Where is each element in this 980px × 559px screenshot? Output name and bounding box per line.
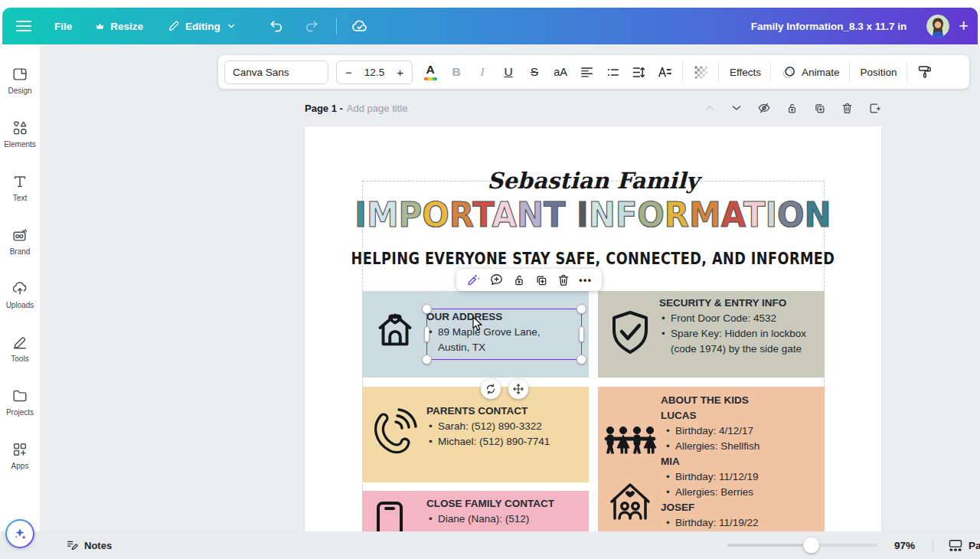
editing-mode-dropdown[interactable]: Editing <box>168 20 237 32</box>
bold-button[interactable]: B <box>448 60 465 84</box>
line-spacing-icon[interactable] <box>630 60 647 84</box>
top-bar: File Resize Editing Family Information_8… <box>2 8 978 44</box>
sidebar-item-text[interactable]: Text <box>0 161 40 214</box>
family-script-title[interactable]: Sebastian Family <box>305 168 881 194</box>
close-family-text[interactable]: CLOSE FAMILY CONTACT Diane (Nana): (512) <box>426 496 580 527</box>
redo-icon[interactable] <box>304 18 319 34</box>
zoom-level[interactable]: 97% <box>894 540 915 551</box>
hamburger-menu-icon[interactable] <box>15 17 33 35</box>
move-page-down-icon[interactable] <box>730 102 743 114</box>
selection-handle-ne[interactable] <box>577 304 586 314</box>
paint-roller-icon[interactable] <box>916 60 933 84</box>
notes-icon <box>66 539 79 552</box>
canva-assistant-button[interactable] <box>5 519 34 548</box>
move-page-up-icon[interactable] <box>704 102 716 114</box>
apps-icon <box>11 441 28 458</box>
transparency-icon[interactable] <box>692 60 709 84</box>
undo-icon[interactable] <box>269 18 284 34</box>
element-context-toolbar: ••• <box>456 269 602 291</box>
user-avatar[interactable] <box>926 15 949 38</box>
font-size-stepper: − 12.5 + <box>336 60 413 84</box>
card-security-entry-info[interactable]: SECURITY & ENTRY INFO Front Door Code: 4… <box>598 291 825 378</box>
rainbow-color-bar <box>424 77 437 80</box>
statusbar-divider <box>933 538 933 552</box>
sidebar-item-tools[interactable]: Tools <box>0 322 40 375</box>
sidebar-item-projects[interactable]: Projects <box>0 375 40 429</box>
chevron-down-icon <box>226 21 237 31</box>
selection-handle-sw[interactable] <box>422 355 432 364</box>
notes-button[interactable]: Notes <box>66 539 112 552</box>
brand-kit-icon <box>11 227 28 244</box>
lock-icon[interactable] <box>512 273 526 287</box>
kids-text[interactable]: ABOUT THE KIDS LUCAS Birthday: 4/12/17 A… <box>661 393 818 531</box>
sidebar-item-apps[interactable]: Apps <box>0 429 40 482</box>
toolbar-divider <box>849 62 850 82</box>
upload-cloud-icon <box>11 280 28 297</box>
zoom-slider-handle[interactable] <box>803 538 819 554</box>
selection-handle-west[interactable] <box>424 326 430 342</box>
comment-icon[interactable] <box>489 273 504 287</box>
duplicate-icon[interactable] <box>534 273 548 287</box>
sidebar-item-elements[interactable]: Elements <box>0 107 40 161</box>
selection-handle-se[interactable] <box>577 355 586 364</box>
selection-handle-nw[interactable] <box>422 304 432 314</box>
pages-grid-icon <box>948 538 963 553</box>
zoom-slider[interactable] <box>727 538 877 554</box>
text-align-icon[interactable] <box>578 60 595 84</box>
position-button[interactable]: Position <box>861 67 897 78</box>
delete-page-icon[interactable] <box>841 102 854 115</box>
status-bar: Notes 97% Pa <box>0 531 980 559</box>
hide-page-icon[interactable] <box>757 101 771 115</box>
italic-button[interactable]: I <box>474 60 491 84</box>
file-menu-button[interactable]: File <box>54 21 72 32</box>
font-family-selector[interactable]: Canva Sans <box>224 60 328 84</box>
create-design-button[interactable]: + <box>959 18 969 34</box>
selection-handle-east[interactable] <box>579 326 584 342</box>
card-parents-contact[interactable]: PARENTS CONTACT Sarah: (512) 890-3322 Mi… <box>362 387 589 482</box>
topbar-divider <box>336 18 337 34</box>
pages-button[interactable]: Pa <box>948 538 980 553</box>
magic-edit-icon[interactable] <box>466 273 481 287</box>
duplicate-page-icon[interactable] <box>813 102 826 115</box>
font-size-decrease-button[interactable]: − <box>345 66 352 79</box>
move-handle-icon[interactable] <box>508 379 528 399</box>
text-selection-box[interactable] <box>426 309 582 360</box>
animate-ring-icon <box>782 65 796 80</box>
effects-button[interactable]: Effects <box>730 67 761 78</box>
underline-button[interactable]: U <box>500 60 517 84</box>
design-canvas-page[interactable]: Sebastian Family IMPORTANT INFORMATION H… <box>305 126 881 531</box>
elements-icon <box>11 119 28 136</box>
text-case-button[interactable]: aA <box>552 60 569 84</box>
font-size-increase-button[interactable]: + <box>397 66 403 79</box>
lock-page-icon[interactable] <box>786 102 799 115</box>
letter-spacing-icon[interactable] <box>656 60 673 84</box>
bullet-list-icon[interactable] <box>604 60 621 84</box>
card-close-family-contact[interactable]: CLOSE FAMILY CONTACT Diane (Nana): (512) <box>362 491 589 531</box>
sidebar-item-uploads[interactable]: Uploads <box>0 268 40 322</box>
toolbar-divider <box>682 62 683 82</box>
main-title[interactable]: IMPORTANT INFORMATION <box>325 195 861 235</box>
zoom-slider-track-rest <box>812 544 877 547</box>
text-toolbar: Canva Sans − 12.5 + A B I U S aA <box>218 55 969 89</box>
add-page-icon[interactable] <box>868 102 881 115</box>
animate-button[interactable]: Animate <box>782 65 840 80</box>
trash-icon[interactable] <box>557 273 570 287</box>
font-size-value[interactable]: 12.5 <box>364 67 384 78</box>
page-number-label: Page 1 - <box>305 103 343 114</box>
card-about-the-kids[interactable]: ABOUT THE KIDS LUCAS Birthday: 4/12/17 A… <box>598 387 825 531</box>
family-paper-dolls-icon <box>603 425 658 459</box>
strikethrough-button[interactable]: S <box>526 60 543 84</box>
page-title-input[interactable]: Add page title <box>347 103 408 114</box>
sidebar-item-brand[interactable]: Brand <box>0 214 40 268</box>
parents-text[interactable]: PARENTS CONTACT Sarah: (512) 890-3322 Mi… <box>426 404 583 449</box>
resize-button[interactable]: Resize <box>95 21 143 32</box>
design-icon <box>11 66 28 83</box>
sidebar-item-design[interactable]: Design <box>0 54 40 107</box>
subtitle-text[interactable]: HELPING EVERYONE STAY SAFE, CONNECTED, A… <box>351 250 835 268</box>
more-options-icon[interactable]: ••• <box>579 275 592 286</box>
rotate-handle-icon[interactable] <box>481 379 501 399</box>
security-text[interactable]: SECURITY & ENTRY INFO Front Door Code: 4… <box>659 296 807 357</box>
phone-call-icon <box>370 407 419 456</box>
text-color-button[interactable]: A <box>422 60 439 84</box>
document-title[interactable]: Family Information_8.3 x 11.7 in <box>751 21 906 32</box>
